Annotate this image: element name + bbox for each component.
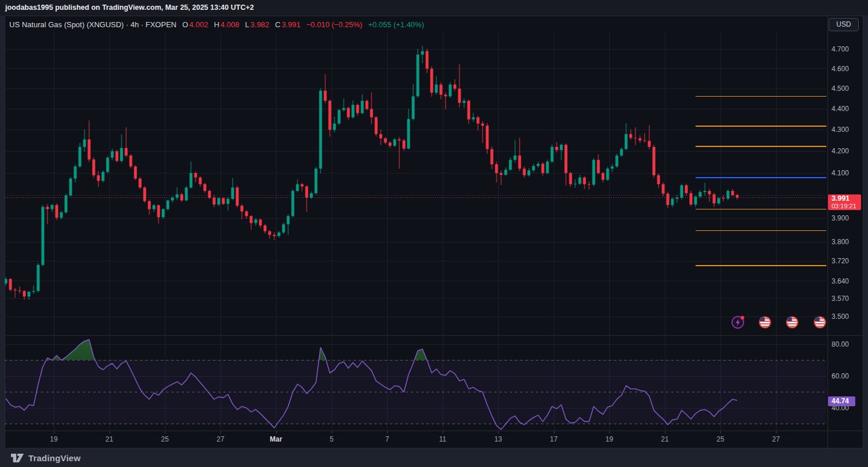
time-axis-label: 13: [494, 435, 502, 443]
candle: [19, 291, 21, 291]
candle: [491, 149, 494, 164]
currency-toggle-button[interactable]: USD: [829, 18, 859, 31]
candle: [389, 142, 392, 146]
candle: [713, 194, 716, 204]
tradingview-brand-text[interactable]: TradingView: [28, 453, 80, 463]
us-flag-icon[interactable]: [815, 317, 826, 328]
us-flag-icon[interactable]: [760, 317, 771, 328]
rsi-axis-label: 80.00: [832, 340, 862, 349]
price-axis-label: 4.200: [832, 146, 862, 156]
candle: [167, 200, 170, 209]
candle: [463, 101, 466, 103]
candle: [28, 292, 31, 296]
candle: [366, 101, 369, 109]
candle: [218, 198, 220, 204]
candle: [134, 167, 137, 179]
candle: [130, 156, 133, 167]
candle: [653, 147, 656, 175]
time-axis-label: 25: [161, 435, 168, 443]
low-label: L: [245, 20, 249, 29]
tradingview-logo-icon[interactable]: [10, 453, 24, 464]
candle: [42, 207, 45, 264]
candle: [74, 167, 77, 179]
footer-bar: TradingView: [0, 448, 868, 467]
symbol-header: US Natural Gas (Spot) (XNGUSD) · 4h · FX…: [9, 19, 424, 30]
price-axis-label: 4.600: [832, 64, 862, 73]
candle: [69, 179, 72, 196]
candle: [468, 101, 470, 119]
candle: [199, 178, 202, 185]
candle: [51, 205, 54, 209]
session-change: +0.055 (+1.40%): [368, 20, 424, 29]
time-axis-ticks: [54, 431, 776, 433]
open-label: O: [182, 20, 188, 29]
candle: [319, 91, 322, 169]
close-value: 3.991: [282, 20, 301, 29]
candle: [171, 198, 174, 201]
candle: [162, 209, 165, 217]
economic-event-icon[interactable]: [732, 316, 744, 328]
candle: [157, 205, 160, 218]
candle: [495, 164, 498, 173]
candle: [671, 199, 674, 205]
candle: [597, 160, 600, 173]
low-value: 3.982: [251, 20, 270, 29]
candlestick-chart[interactable]: [0, 0, 868, 467]
candle: [56, 205, 58, 218]
candle: [481, 123, 484, 126]
candle: [375, 117, 378, 134]
candle: [273, 235, 276, 236]
candle: [477, 117, 480, 124]
us-flag-icon[interactable]: [787, 317, 798, 328]
candle: [486, 126, 489, 149]
candle: [204, 184, 207, 191]
candle: [236, 187, 239, 205]
candle: [324, 91, 327, 101]
time-axis-label: 5: [330, 435, 334, 443]
price-axis-label: 4.400: [832, 104, 862, 113]
time-axis-label: 7: [385, 435, 389, 443]
candle: [569, 173, 572, 184]
candle: [407, 119, 410, 149]
candle: [412, 96, 415, 119]
candle: [292, 191, 295, 216]
time-axis-label: 25: [716, 435, 724, 443]
candle: [583, 178, 586, 185]
candle: [546, 161, 549, 173]
candle: [5, 279, 8, 284]
candle: [222, 198, 225, 204]
candle: [190, 173, 193, 187]
candle: [241, 205, 244, 211]
candle: [518, 156, 521, 169]
candle: [296, 184, 299, 191]
candle: [287, 216, 290, 224]
candle: [139, 179, 142, 187]
candle: [532, 166, 535, 171]
candle: [431, 69, 433, 93]
candle: [227, 199, 230, 204]
last-price-value: 3.991: [832, 195, 861, 203]
candle: [708, 191, 711, 194]
candle: [269, 231, 271, 235]
candle: [667, 194, 670, 205]
candle: [509, 160, 512, 170]
candle: [620, 149, 623, 156]
open-value: 4.002: [189, 20, 208, 29]
candle: [699, 192, 702, 197]
candle: [347, 108, 350, 117]
symbol-title[interactable]: US Natural Gas (Spot) (XNGUSD) · 4h · FX…: [9, 20, 176, 29]
candle: [329, 101, 332, 130]
candle: [694, 197, 697, 205]
candle: [393, 139, 396, 146]
candle: [676, 198, 679, 199]
time-axis-label: 27: [772, 435, 779, 443]
candle: [301, 184, 304, 186]
candle: [32, 291, 35, 292]
time-axis-label: 21: [105, 435, 113, 443]
candle: [454, 84, 457, 89]
bar-countdown: 03:19:21: [832, 203, 861, 209]
price-axis-label: 3.500: [832, 312, 862, 321]
horizontal-ray-drawings[interactable]: [696, 96, 826, 266]
event-markers[interactable]: [732, 316, 826, 328]
candle: [14, 290, 17, 291]
